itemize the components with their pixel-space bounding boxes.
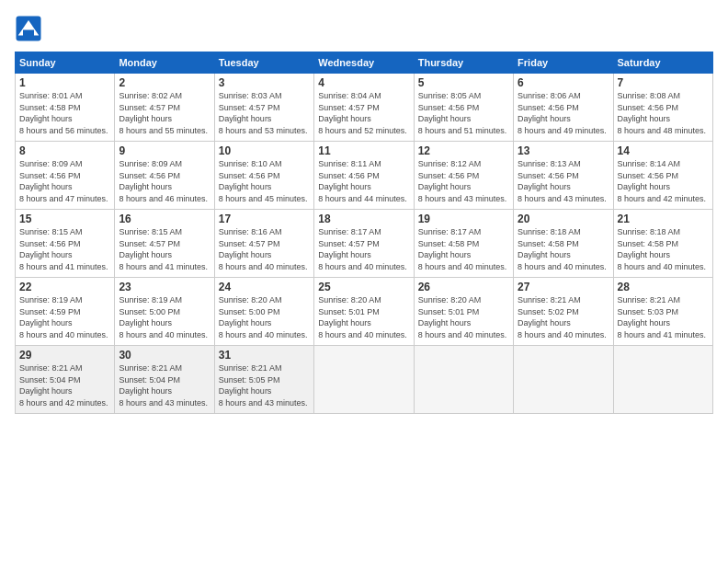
day-info: Sunrise: 8:05 AM Sunset: 4:56 PM Dayligh… [418, 90, 509, 136]
calendar-cell [613, 346, 712, 414]
day-number: 13 [518, 144, 609, 157]
day-number: 31 [219, 349, 310, 362]
day-number: 22 [19, 281, 110, 293]
day-number: 3 [219, 76, 310, 89]
day-info: Sunrise: 8:20 AM Sunset: 5:00 PM Dayligh… [219, 294, 310, 340]
day-number: 27 [518, 281, 609, 293]
day-info: Sunrise: 8:15 AM Sunset: 4:57 PM Dayligh… [119, 226, 210, 272]
calendar-cell: 2 Sunrise: 8:02 AM Sunset: 4:57 PM Dayli… [115, 74, 214, 142]
col-header-tuesday: Tuesday [214, 52, 313, 74]
day-info: Sunrise: 8:21 AM Sunset: 5:05 PM Dayligh… [219, 362, 310, 408]
day-info: Sunrise: 8:01 AM Sunset: 4:58 PM Dayligh… [19, 90, 110, 136]
day-number: 17 [219, 213, 310, 225]
calendar-cell: 25 Sunrise: 8:20 AM Sunset: 5:01 PM Dayl… [314, 278, 414, 346]
day-info: Sunrise: 8:17 AM Sunset: 4:58 PM Dayligh… [418, 226, 509, 272]
day-info: Sunrise: 8:16 AM Sunset: 4:57 PM Dayligh… [219, 226, 310, 272]
day-number: 10 [219, 144, 310, 157]
col-header-sunday: Sunday [16, 52, 115, 74]
day-number: 19 [418, 213, 509, 225]
col-header-saturday: Saturday [613, 52, 712, 74]
calendar-cell: 13 Sunrise: 8:13 AM Sunset: 4:56 PM Dayl… [514, 142, 613, 210]
day-number: 26 [418, 281, 509, 293]
day-info: Sunrise: 8:06 AM Sunset: 4:56 PM Dayligh… [518, 90, 609, 136]
calendar-cell: 23 Sunrise: 8:19 AM Sunset: 5:00 PM Dayl… [115, 278, 214, 346]
page: SundayMondayTuesdayWednesdayThursdayFrid… [0, 0, 728, 563]
day-number: 16 [119, 213, 210, 225]
day-number: 5 [418, 76, 509, 89]
calendar-cell: 8 Sunrise: 8:09 AM Sunset: 4:56 PM Dayli… [16, 142, 115, 210]
day-number: 6 [518, 76, 609, 89]
calendar-cell: 7 Sunrise: 8:08 AM Sunset: 4:56 PM Dayli… [613, 74, 712, 142]
day-number: 29 [19, 349, 110, 362]
day-info: Sunrise: 8:02 AM Sunset: 4:57 PM Dayligh… [119, 90, 210, 136]
col-header-wednesday: Wednesday [314, 52, 414, 74]
day-info: Sunrise: 8:18 AM Sunset: 4:58 PM Dayligh… [618, 226, 709, 272]
day-info: Sunrise: 8:12 AM Sunset: 4:56 PM Dayligh… [418, 158, 509, 204]
calendar-cell: 11 Sunrise: 8:11 AM Sunset: 4:56 PM Dayl… [314, 142, 414, 210]
day-info: Sunrise: 8:19 AM Sunset: 4:59 PM Dayligh… [19, 294, 110, 340]
day-number: 30 [119, 349, 210, 362]
day-info: Sunrise: 8:11 AM Sunset: 4:56 PM Dayligh… [318, 158, 409, 204]
day-info: Sunrise: 8:09 AM Sunset: 4:56 PM Dayligh… [19, 158, 110, 204]
calendar-cell: 20 Sunrise: 8:18 AM Sunset: 4:58 PM Dayl… [514, 210, 613, 278]
day-info: Sunrise: 8:21 AM Sunset: 5:02 PM Dayligh… [518, 294, 609, 340]
calendar-cell [414, 346, 513, 414]
week-row-5: 29 Sunrise: 8:21 AM Sunset: 5:04 PM Dayl… [16, 346, 713, 414]
logo [15, 15, 46, 42]
day-number: 7 [618, 76, 709, 89]
calendar-table: SundayMondayTuesdayWednesdayThursdayFrid… [15, 52, 713, 414]
day-number: 8 [19, 144, 110, 157]
logo-icon [15, 15, 42, 42]
calendar-cell: 3 Sunrise: 8:03 AM Sunset: 4:57 PM Dayli… [214, 74, 313, 142]
day-number: 2 [119, 76, 210, 89]
calendar-cell: 21 Sunrise: 8:18 AM Sunset: 4:58 PM Dayl… [613, 210, 712, 278]
day-number: 21 [618, 213, 709, 225]
header-row: SundayMondayTuesdayWednesdayThursdayFrid… [16, 52, 713, 74]
col-header-thursday: Thursday [414, 52, 513, 74]
day-number: 23 [119, 281, 210, 293]
header [15, 15, 713, 42]
calendar-cell: 9 Sunrise: 8:09 AM Sunset: 4:56 PM Dayli… [115, 142, 214, 210]
day-info: Sunrise: 8:08 AM Sunset: 4:56 PM Dayligh… [618, 90, 709, 136]
calendar-cell: 27 Sunrise: 8:21 AM Sunset: 5:02 PM Dayl… [514, 278, 613, 346]
day-info: Sunrise: 8:21 AM Sunset: 5:04 PM Dayligh… [19, 362, 110, 408]
day-info: Sunrise: 8:21 AM Sunset: 5:03 PM Dayligh… [618, 294, 709, 340]
calendar-cell: 12 Sunrise: 8:12 AM Sunset: 4:56 PM Dayl… [414, 142, 513, 210]
calendar-cell: 19 Sunrise: 8:17 AM Sunset: 4:58 PM Dayl… [414, 210, 513, 278]
day-info: Sunrise: 8:20 AM Sunset: 5:01 PM Dayligh… [318, 294, 409, 340]
day-info: Sunrise: 8:15 AM Sunset: 4:56 PM Dayligh… [19, 226, 110, 272]
calendar-cell: 15 Sunrise: 8:15 AM Sunset: 4:56 PM Dayl… [16, 210, 115, 278]
calendar-cell [314, 346, 414, 414]
day-number: 15 [19, 213, 110, 225]
col-header-monday: Monday [115, 52, 214, 74]
day-info: Sunrise: 8:17 AM Sunset: 4:57 PM Dayligh… [318, 226, 409, 272]
calendar-cell: 29 Sunrise: 8:21 AM Sunset: 5:04 PM Dayl… [16, 346, 115, 414]
calendar-cell: 26 Sunrise: 8:20 AM Sunset: 5:01 PM Dayl… [414, 278, 513, 346]
svg-rect-2 [23, 30, 34, 38]
week-row-4: 22 Sunrise: 8:19 AM Sunset: 4:59 PM Dayl… [16, 278, 713, 346]
day-info: Sunrise: 8:14 AM Sunset: 4:56 PM Dayligh… [618, 158, 709, 204]
day-number: 4 [318, 76, 409, 89]
calendar-cell: 6 Sunrise: 8:06 AM Sunset: 4:56 PM Dayli… [514, 74, 613, 142]
day-number: 24 [219, 281, 310, 293]
calendar-cell: 18 Sunrise: 8:17 AM Sunset: 4:57 PM Dayl… [314, 210, 414, 278]
day-info: Sunrise: 8:20 AM Sunset: 5:01 PM Dayligh… [418, 294, 509, 340]
calendar-cell: 22 Sunrise: 8:19 AM Sunset: 4:59 PM Dayl… [16, 278, 115, 346]
week-row-3: 15 Sunrise: 8:15 AM Sunset: 4:56 PM Dayl… [16, 210, 713, 278]
day-number: 14 [618, 144, 709, 157]
day-info: Sunrise: 8:13 AM Sunset: 4:56 PM Dayligh… [518, 158, 609, 204]
calendar-cell: 14 Sunrise: 8:14 AM Sunset: 4:56 PM Dayl… [613, 142, 712, 210]
day-number: 11 [318, 144, 409, 157]
day-info: Sunrise: 8:19 AM Sunset: 5:00 PM Dayligh… [119, 294, 210, 340]
calendar-cell: 17 Sunrise: 8:16 AM Sunset: 4:57 PM Dayl… [214, 210, 313, 278]
col-header-friday: Friday [514, 52, 613, 74]
calendar-cell: 16 Sunrise: 8:15 AM Sunset: 4:57 PM Dayl… [115, 210, 214, 278]
calendar-cell: 28 Sunrise: 8:21 AM Sunset: 5:03 PM Dayl… [613, 278, 712, 346]
day-info: Sunrise: 8:04 AM Sunset: 4:57 PM Dayligh… [318, 90, 409, 136]
day-info: Sunrise: 8:18 AM Sunset: 4:58 PM Dayligh… [518, 226, 609, 272]
week-row-1: 1 Sunrise: 8:01 AM Sunset: 4:58 PM Dayli… [16, 74, 713, 142]
day-number: 28 [618, 281, 709, 293]
day-number: 12 [418, 144, 509, 157]
calendar-cell: 31 Sunrise: 8:21 AM Sunset: 5:05 PM Dayl… [214, 346, 313, 414]
day-info: Sunrise: 8:10 AM Sunset: 4:56 PM Dayligh… [219, 158, 310, 204]
